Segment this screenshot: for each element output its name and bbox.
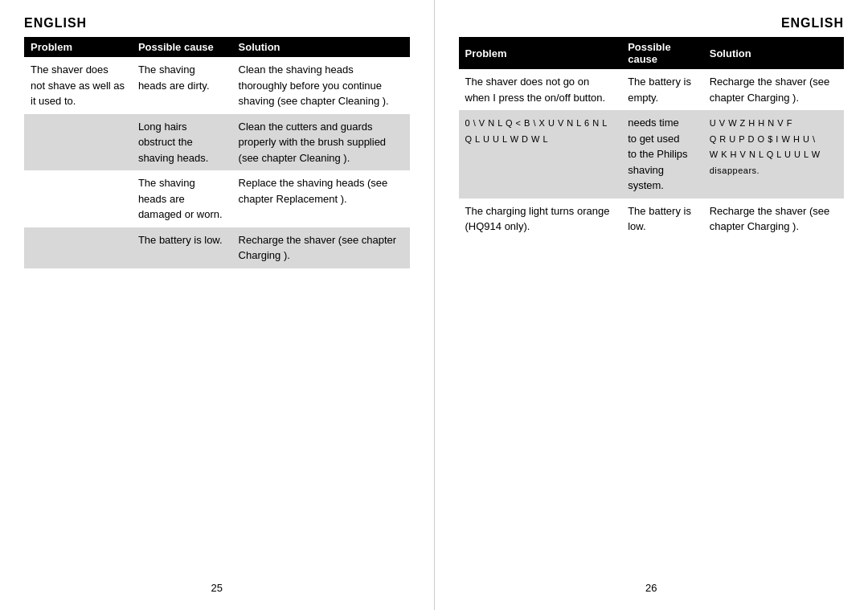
left-table-row: Long hairs obstruct the shaving heads.Cl…	[24, 114, 410, 171]
left-header-problem: Problem	[24, 37, 132, 57]
left-solution-cell: Replace the shaving heads (see chapter R…	[232, 170, 410, 227]
right-table-row: The charging light turns orange (HQ914 o…	[459, 199, 845, 239]
right-header-cause: Possible cause	[621, 37, 703, 69]
right-solution-cell: Recharge the shaver (see chapter Chargin…	[703, 69, 844, 110]
left-cause-cell: The shaving heads are damaged or worn.	[132, 170, 232, 227]
right-problem-cell: The charging light turns orange (HQ914 o…	[459, 199, 622, 239]
left-solution-cell: Recharge the shaver (see chapter Chargin…	[232, 227, 410, 268]
left-header-solution: Solution	[232, 37, 410, 57]
left-solution-cell: Clean the shaving heads thoroughly befor…	[232, 57, 410, 114]
right-cause-cell: The battery is low.	[621, 199, 703, 239]
left-problem-cell	[24, 227, 132, 268]
left-problem-cell	[24, 170, 132, 227]
right-solution-cell: U V W Z H H N V F Q R U P D O $ I W H U …	[703, 110, 844, 199]
left-problem-cell: The shaver does not shave as well as it …	[24, 57, 132, 114]
right-solution-cell: Recharge the shaver (see chapter Chargin…	[703, 199, 844, 239]
right-cause-cell: The battery is empty.	[621, 69, 703, 110]
left-cause-cell: The battery is low.	[132, 227, 232, 268]
right-problem-cell: The shaver does not go on when I press t…	[459, 69, 622, 110]
left-solution-cell: Clean the cutters and guards properly wi…	[232, 114, 410, 171]
left-header-cause: Possible cause	[132, 37, 232, 57]
right-cause-cell: needs time to get used to the Philips sh…	[621, 110, 703, 199]
left-cause-cell: Long hairs obstruct the shaving heads.	[132, 114, 232, 171]
right-page-number: 26	[459, 574, 845, 594]
left-table-row: The shaver does not shave as well as it …	[24, 57, 410, 114]
left-table-row: The shaving heads are damaged or worn.Re…	[24, 170, 410, 227]
page-left: ENGLISH Problem Possible cause Solution …	[0, 0, 434, 610]
page-right: ENGLISH Problem Possible cause Solution …	[435, 0, 869, 610]
page-left-title: ENGLISH	[24, 16, 410, 31]
right-table: Problem Possible cause Solution The shav…	[459, 37, 845, 239]
page-right-title: ENGLISH	[459, 16, 845, 31]
right-problem-cell: 0 \ V N L Q < B \ X U V N L 6 N L Q L U …	[459, 110, 622, 199]
right-table-row: 0 \ V N L Q < B \ X U V N L 6 N L Q L U …	[459, 110, 845, 199]
left-table-row: The battery is low.Recharge the shaver (…	[24, 227, 410, 268]
right-table-row: The shaver does not go on when I press t…	[459, 69, 845, 110]
left-cause-cell: The shaving heads are dirty.	[132, 57, 232, 114]
left-page-number: 25	[24, 574, 410, 594]
right-header-solution: Solution	[703, 37, 844, 69]
right-header-problem: Problem	[459, 37, 622, 69]
left-problem-cell	[24, 114, 132, 171]
left-table: Problem Possible cause Solution The shav…	[24, 37, 410, 268]
